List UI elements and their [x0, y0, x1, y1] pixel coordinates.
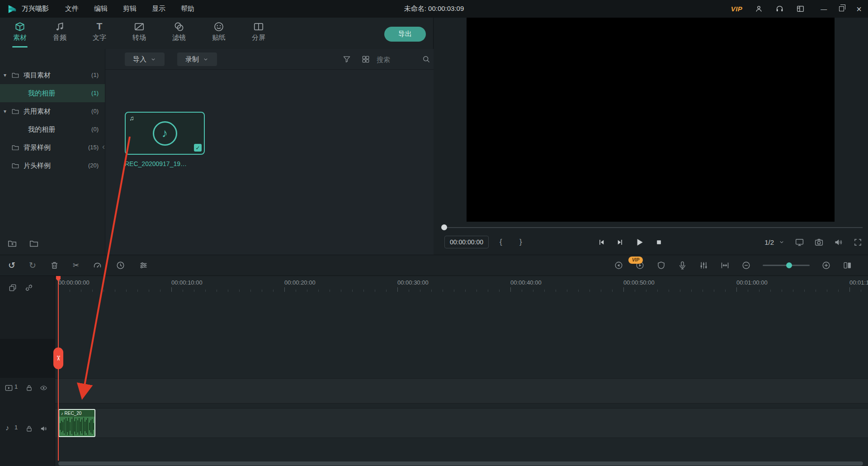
search-icon[interactable] [422, 55, 430, 63]
zoom-slider[interactable] [763, 265, 810, 266]
undo-button[interactable]: ↺ [8, 261, 15, 270]
filter-icon[interactable] [342, 55, 351, 64]
item-count: (1) [91, 66, 99, 84]
menu-file[interactable]: 文件 [65, 5, 79, 13]
export-button[interactable]: 导出 [384, 27, 426, 42]
fullscreen-icon[interactable] [853, 238, 863, 247]
redo-button[interactable]: ↻ [29, 261, 36, 270]
sticker-icon [213, 21, 225, 33]
preview-options: 1/2 [764, 235, 863, 249]
manage-tracks-icon[interactable] [8, 283, 17, 292]
media-item-name[interactable]: REC_20200917_19… [125, 160, 205, 167]
audio-clip[interactable]: ♪ REC_20 [58, 409, 95, 437]
tree-item-project-media[interactable]: ▾ 项目素材 (1) [0, 66, 105, 84]
previous-frame-button[interactable] [597, 238, 606, 247]
play-button[interactable] [634, 237, 645, 247]
link-clips-icon[interactable] [24, 283, 33, 292]
account-icon[interactable] [755, 5, 763, 13]
zoom-fit-icon[interactable] [720, 261, 730, 270]
restore-button[interactable] [839, 6, 844, 11]
tree-footer [0, 238, 105, 248]
vip-badge[interactable]: VIP [731, 5, 743, 13]
seek-handle[interactable] [441, 224, 447, 230]
lock-track-icon[interactable] [25, 384, 33, 392]
menu-edit[interactable]: 编辑 [94, 5, 108, 13]
mark-out-button[interactable]: } [519, 236, 522, 248]
header-band [0, 339, 55, 378]
audio-mixer-icon[interactable] [699, 261, 708, 270]
split-button[interactable]: ✂ [73, 262, 79, 269]
tab-filter[interactable]: 滤镜 [159, 20, 199, 48]
transition-icon [133, 21, 145, 33]
duration-button[interactable] [116, 261, 125, 270]
workspace-layout-icon[interactable] [796, 5, 805, 13]
menu-help[interactable]: 帮助 [181, 5, 194, 13]
tab-sticker[interactable]: 贴纸 [199, 20, 239, 48]
timeline-layout-icon[interactable] [843, 261, 852, 270]
caret-down-icon[interactable]: ▾ [4, 102, 6, 120]
snapshot-icon[interactable] [814, 238, 824, 247]
shield-icon[interactable] [656, 261, 666, 270]
tree-item-intro-samples[interactable]: 片头样例 (20) [0, 157, 105, 175]
preview-video[interactable] [467, 18, 835, 222]
delete-button[interactable] [50, 261, 59, 270]
voiceover-mic-icon[interactable] [678, 261, 687, 270]
caret-down-icon[interactable]: ▾ [4, 66, 6, 84]
library-toolbar: 导入 录制 [105, 49, 434, 70]
support-icon[interactable] [775, 5, 784, 13]
minimize-button[interactable]: — [821, 5, 827, 13]
tab-media[interactable]: 素材 [0, 20, 40, 48]
track-number: 1 [14, 383, 18, 390]
tab-text[interactable]: T 文字 [80, 20, 119, 48]
track-number: 1 [14, 424, 18, 431]
track-headers: 1 ♪ 1 [0, 276, 55, 466]
zoom-in-icon[interactable] [821, 261, 831, 270]
tab-transition[interactable]: 转场 [119, 20, 159, 48]
record-dropdown[interactable]: 录制 [177, 52, 217, 66]
tree-item-my-album[interactable]: 我的相册 (1) [0, 84, 105, 102]
speed-button[interactable] [93, 261, 102, 270]
next-frame-button[interactable] [616, 238, 624, 247]
collapse-panel-icon[interactable]: ‹ [102, 142, 105, 152]
tree-item-shared-media[interactable]: ▾ 共用素材 (0) [0, 102, 105, 120]
search-input[interactable] [377, 53, 420, 65]
toggle-visibility-icon[interactable] [40, 384, 47, 392]
close-button[interactable]: × [856, 5, 862, 14]
lock-track-icon[interactable] [25, 425, 33, 433]
add-folder-button[interactable] [7, 238, 17, 248]
display-device-icon[interactable] [795, 238, 804, 247]
tree-item-background-samples[interactable]: 背景样例 (15) [0, 138, 105, 157]
zoom-slider-handle[interactable] [786, 262, 792, 268]
import-dropdown[interactable]: 导入 [125, 52, 165, 66]
menu-view[interactable]: 显示 [152, 5, 165, 13]
timeline-toolbar: ↺ ↻ ✂ VIP [0, 255, 868, 276]
playback-quality-dropdown[interactable]: 1/2 [764, 238, 785, 246]
video-track-lane[interactable] [55, 378, 868, 404]
folder-icon [11, 143, 19, 152]
adjust-button[interactable] [139, 261, 148, 270]
timeline-ruler[interactable]: 00:00:00:00 00:00:10:00 00:00:20:00 00:0… [55, 276, 868, 293]
media-item[interactable]: ♫ ♪ ✓ [125, 112, 205, 155]
quick-split-handle[interactable]: ✂ [53, 347, 63, 369]
mark-in-button[interactable]: { [500, 236, 502, 248]
zoom-out-icon[interactable] [741, 261, 751, 270]
timeline-scrollbar[interactable] [58, 461, 863, 466]
view-grid-icon[interactable] [361, 55, 370, 64]
split-screen-icon [253, 21, 264, 33]
selected-check-icon[interactable]: ✓ [194, 144, 202, 152]
menu-clip[interactable]: 剪辑 [123, 5, 137, 13]
tab-splitscreen[interactable]: 分屏 [239, 20, 278, 48]
app-name: 万兴喵影 [22, 5, 49, 13]
audio-track-lane[interactable] [55, 408, 868, 438]
transport-controls [597, 235, 663, 249]
stop-button[interactable] [655, 238, 663, 247]
item-count: (1) [91, 84, 99, 102]
seek-bar[interactable] [444, 227, 863, 228]
tab-audio[interactable]: 音频 [40, 20, 80, 48]
folder-button[interactable] [29, 238, 39, 248]
tree-item-my-album-shared[interactable]: 我的相册 (0) [0, 120, 105, 138]
render-preview-icon[interactable] [614, 261, 623, 270]
volume-icon[interactable] [834, 238, 843, 247]
mute-track-icon[interactable] [40, 425, 47, 433]
timeline-tools [614, 255, 852, 276]
